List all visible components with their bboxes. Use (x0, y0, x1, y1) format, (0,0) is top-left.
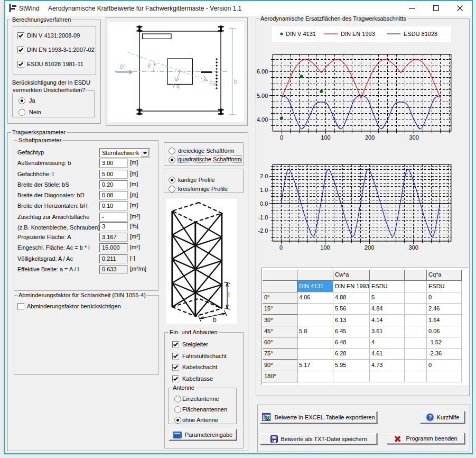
svg-text:300: 300 (409, 134, 418, 141)
svg-text:ESDU 81028: ESDU 81028 (404, 31, 437, 37)
svg-text:0.0: 0.0 (260, 200, 268, 207)
svg-text:6.00: 6.00 (257, 68, 268, 75)
svg-text:200: 200 (365, 244, 374, 251)
svg-text:DIN EN 1993: DIN EN 1993 (341, 31, 375, 37)
svg-text:b: b (234, 78, 237, 85)
svg-text:1.0: 1.0 (260, 187, 268, 193)
svg-text:θ: θ (147, 62, 151, 69)
svg-text:Fw: Fw (209, 80, 217, 87)
svg-text:Fq: Fq (173, 83, 180, 89)
svg-text:100: 100 (320, 244, 330, 251)
svg-text:300: 300 (408, 244, 418, 251)
svg-text:0°: 0° (120, 63, 126, 70)
svg-text:b: b (213, 316, 217, 324)
svg-text:?: ? (428, 414, 432, 420)
svg-text:DIN V 4131: DIN V 4131 (286, 31, 316, 37)
svg-text:-1.0: -1.0 (258, 214, 268, 221)
svg-text:200: 200 (365, 134, 375, 141)
svg-text:100: 100 (321, 134, 330, 141)
svg-text:4.00: 4.00 (257, 116, 268, 123)
svg-text:0: 0 (280, 134, 283, 141)
svg-text:l: l (228, 291, 230, 298)
svg-text:5.00: 5.00 (257, 93, 268, 99)
svg-text:2.0: 2.0 (260, 173, 268, 179)
svg-text:-2.0: -2.0 (258, 227, 268, 234)
svg-text:0: 0 (279, 244, 283, 251)
